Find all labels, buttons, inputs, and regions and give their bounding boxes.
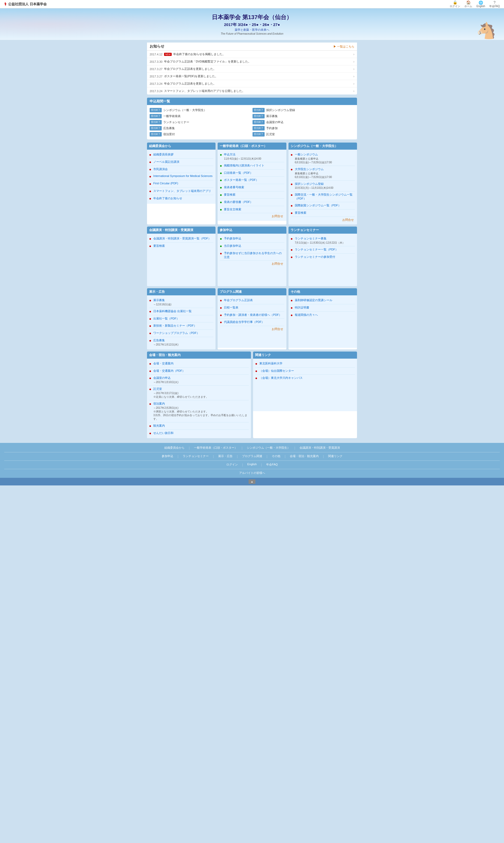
list-item[interactable]: ●特許証明書 [291,304,355,312]
list-item[interactable]: ●市民講演会 [149,166,213,173]
list-item-link[interactable]: 代議員総会当学学行事（PDF） [224,320,264,324]
list-item-link[interactable]: 予約参加・講演者・発表者の皆様へ（PDF） [224,313,282,317]
list-item[interactable]: ●日程一覧表 [220,304,284,312]
list-item-link[interactable]: 申込方法 [224,153,235,157]
oshirase-item[interactable]: 2017.3.27 ポスター発表一覧(PDF)を更新しました。 › [147,73,357,80]
nav-login[interactable]: 🔒 ログイン [450,0,460,8]
list-item[interactable]: ●ランチョンセミナー募集7月1日(金)～11月30日(水) 12月22日（木） [291,235,355,246]
list-item[interactable]: ●薬剤師研修認定の受講シール [291,297,355,304]
list-item[interactable]: ●出展社一覧（PDF） [149,315,213,323]
list-item-link[interactable]: 報道関係の方々へ [295,313,318,317]
list-item-link[interactable]: 広告募集 [153,338,165,342]
footer-nav-item[interactable]: 会場・宿泊・観光案内 [290,454,319,459]
list-item-link[interactable]: 観光案内 [153,424,165,428]
list-item[interactable]: ●代議員総会当学学行事（PDF） [220,319,284,326]
list-item[interactable]: ●年会プログラム正誤表 [220,297,284,304]
list-item-link[interactable]: 掲載情報内け講演表ハイライト [224,164,264,167]
footer-nav-item[interactable]: English [247,463,257,467]
list-item-link[interactable]: 出展社一覧（PDF） [153,317,179,321]
list-item-link[interactable]: 発表者番号検索 [224,185,244,189]
list-item-link[interactable]: （会場）東北大学川内キャンパス [259,376,303,380]
list-item[interactable]: ●掲載情報内け講演表ハイライト [220,162,284,169]
list-item-link[interactable]: 採択シンポジウム登録 [295,182,324,186]
list-item-link[interactable]: 要旨全文検索 [224,208,241,211]
list-item-link[interactable]: 会場・交通案内（PDF） [153,369,185,373]
list-item[interactable]: ●東北医科薬科大学 [255,360,355,367]
list-item-link[interactable]: 大学院生シンポジウム [295,167,324,171]
list-item[interactable]: ●宿泊案内～2017年2月28日(火)※満室となり次第、締切らせていただきます。… [149,400,249,423]
list-item-link[interactable]: 要旨検索 [224,193,235,197]
list-item-link[interactable]: 要旨検索 [295,211,306,215]
list-item-link[interactable]: ノーベル賞記念講演 [153,160,179,164]
list-item[interactable]: ●採択シンポジウム登録10月3日(月)～11月10日(木)14:00 [291,181,355,192]
oshirase-item[interactable]: 2017.4.12 NEW 年会終了後のお知らせを掲載しました。 › [147,51,357,58]
oshirase-more-link[interactable]: ▶ 一覧はこちら [334,44,354,49]
list-item-link[interactable]: 託児室 [153,387,162,391]
list-item-link[interactable]: 新技術・新製品セミナー（PDF） [153,324,197,328]
list-item-link[interactable]: 展示募集 [153,298,165,302]
nav-faq[interactable]: ? 年会FAQ [489,0,500,8]
list-item[interactable]: ●（会場）仙台国際センター [255,367,355,375]
list-item[interactable]: ●（会場）東北大学川内キャンパス [255,375,355,382]
footer-nav-item[interactable]: 関連リンク [328,454,343,459]
contact-link[interactable]: お問合せ [291,217,355,223]
nav-english[interactable]: 🌐 English [476,1,485,7]
list-item[interactable]: ●要旨検索 [291,210,355,217]
list-item-link[interactable]: 日本薬科機器協会 出展社一覧 [153,309,192,313]
list-item-link[interactable]: （会場）仙台国際センター [259,369,294,373]
list-item-link[interactable]: ワークショッププログラム（PDF） [153,331,199,335]
list-item-link[interactable]: スマートフォン、タブレット端末用のアプリ [153,189,211,193]
list-item-link[interactable]: 予約参加申込 [224,236,241,240]
contact-link[interactable]: お問合せ [220,213,284,219]
list-item-link[interactable]: 宿泊案内 [153,402,165,406]
list-item-link[interactable]: 年会プログラム正誤表 [224,298,253,302]
footer-nav-item[interactable]: 会議講演・特別講演・受賞講演 [300,446,340,450]
list-item[interactable]: ●発表者番号検索 [220,184,284,191]
list-item-link[interactable]: 年会終了後のお知らせ [153,196,182,200]
list-item[interactable]: ●発表の要領書（PDF） [220,199,284,206]
list-item-link[interactable]: 会場・交通案内 [153,361,174,365]
contact-link[interactable]: お問合せ [220,261,284,267]
list-item-link[interactable]: 予約参加せずに当日参加される学生の方への注意 [224,251,284,259]
list-item-link[interactable]: せんだい旅日和 [153,431,174,435]
footer-nav-item[interactable]: プログラム関連 [242,454,262,459]
list-item-link[interactable]: 特許証明書 [295,306,309,309]
list-item[interactable]: ●会議室の申込～2017年1月10日(火) [149,375,249,385]
list-item[interactable]: ●予約参加・講演者・発表者の皆様へ（PDF） [220,312,284,319]
list-item-link[interactable]: 一般シンポジウム [295,153,318,157]
list-item[interactable]: ●予約参加せずに当日参加される学生の方への注意 [220,250,284,261]
footer-nav-item[interactable]: 年会FAQ [266,463,278,467]
list-item[interactable]: ●国際副賞シンポジウム一覧（PDF） [291,202,355,210]
footer-nav-item[interactable]: アルバイトの皆様へ [239,471,265,475]
footer-nav-item[interactable]: 組織委員会から [164,446,184,450]
list-item-link[interactable]: 東北医科薬科大学 [259,361,283,365]
list-item-link[interactable]: ポスター発表一覧（PDF） [224,178,258,182]
list-item-link[interactable]: International Symposium for Medical Scie… [153,174,213,178]
list-item[interactable]: ●会場・交通案内 [149,360,249,367]
list-item[interactable]: ●要旨全文検索 [220,206,284,213]
list-item-link[interactable]: 発表の要領書（PDF） [224,200,253,204]
list-item[interactable]: ●展示募集～12月16日(金) [149,297,213,308]
list-item-link[interactable]: ランチョンセミナーの参加受付 [295,255,335,259]
list-item[interactable]: ●ランチョンセミナー一覧（PDF） [291,246,355,254]
list-item-link[interactable]: 日程一覧表 [224,306,238,309]
list-item[interactable]: ●会場・交通案内（PDF） [149,367,249,375]
list-item[interactable]: ●予約参加申込 [220,235,284,243]
list-item[interactable]: ●ランチョンセミナーの参加受付 [291,254,355,261]
list-item[interactable]: ●当日参加申込 [220,243,284,250]
list-item[interactable]: ●せんだい旅日和 [149,430,249,437]
oshirase-item[interactable]: 2017.3.24 年会プログラム正誤表を更新しました。 › [147,80,357,87]
footer-nav-item[interactable]: 展示・広告 [218,454,233,459]
oshirase-item[interactable]: 2017.3.30 年会プログラム正誤表「DVD掲載暫定ファイル」を更新しました… [147,58,357,65]
list-item-link[interactable]: ランチョンセミナー一覧（PDF） [295,248,338,252]
list-item-link[interactable]: 国際副賞シンポジウム一覧（PDF） [295,203,341,208]
list-item[interactable]: ●日本薬科機器協会 出展社一覧 [149,308,213,315]
footer-nav-item[interactable]: その他 [272,454,280,459]
nav-home[interactable]: 🏠 ホーム [464,0,472,8]
list-item[interactable]: ●大学院生シンポジウム募集概要と公募申込6月10日(金)～7月29日(金)17:… [291,166,355,181]
list-item[interactable]: ●ノーベル賞記念講演 [149,159,213,166]
list-item-link[interactable]: 当日参加申込 [224,244,241,248]
list-item[interactable]: ●申込方法11月4日(金)～12月1日(木)14:00 [220,151,284,162]
scroll-top-button[interactable]: ▲ [249,479,255,484]
list-item[interactable]: ●年会終了後のお知らせ [149,195,213,202]
